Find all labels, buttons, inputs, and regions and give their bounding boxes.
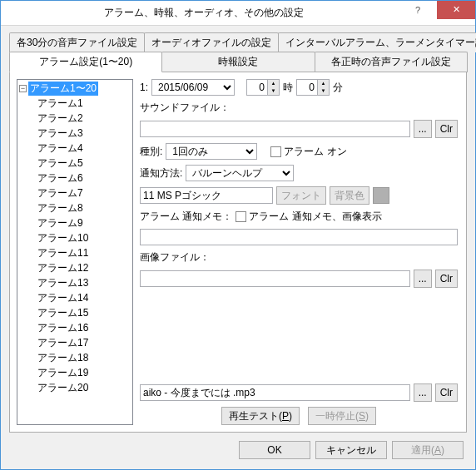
audio-input[interactable] [140,384,410,401]
hour-spinner[interactable]: ▲▼ [246,79,280,96]
memo-image-checkbox[interactable]: アラーム 通知メモ、画像表示 [236,210,381,224]
checkbox-icon [270,146,281,157]
cancel-button[interactable]: キャンセル [315,441,387,459]
alarm-tree[interactable]: − アラーム1〜20 アラーム1アラーム2アラーム3アラーム4アラーム5アラーム… [17,79,133,425]
tree-item[interactable]: アラーム8 [37,201,131,216]
font-sample-input[interactable] [140,187,273,204]
tree-item[interactable]: アラーム2 [37,111,131,126]
close-button[interactable]: ✕ [437,1,475,19]
tree-item[interactable]: アラーム19 [37,366,131,381]
tree-root-label[interactable]: アラーム1〜20 [28,82,98,96]
apply-button[interactable]: 適用(A) [392,441,464,459]
hour-value[interactable] [247,80,267,95]
tree-item[interactable]: アラーム13 [37,276,131,291]
chevron-up-icon[interactable]: ▲ [267,80,279,87]
tab-row-1: 各30分の音声ファイル設定 オーディオファイルの設定 インターバルアラーム、ラー… [9,32,467,52]
tree-item[interactable]: アラーム6 [37,171,131,186]
image-input[interactable] [140,270,410,287]
tree-item[interactable]: アラーム9 [37,216,131,231]
titlebar: アラーム、時報、オーディオ、その他の設定 ? ✕ [1,1,475,26]
help-button[interactable]: ? [399,1,437,19]
minute-value[interactable] [297,80,317,95]
soundfile-input[interactable] [140,121,410,137]
chevron-down-icon[interactable]: ▼ [317,87,329,95]
bgcolor-button[interactable]: 背景色 [330,186,369,205]
date-select[interactable]: 2015/06/09 [151,79,235,96]
tab-time-signal[interactable]: 時報設定 [161,52,315,72]
tab-hourly-sound[interactable]: 各正時の音声ファイル設定 [315,52,468,72]
tree-item[interactable]: アラーム7 [37,186,131,201]
tree-item[interactable]: アラーム3 [37,126,131,141]
soundfile-label: サウンドファイル： [140,101,230,115]
minute-spinner[interactable]: ▲▼ [296,79,330,96]
tree-item[interactable]: アラーム4 [37,141,131,156]
tree-item[interactable]: アラーム18 [37,351,131,366]
tree-collapse-icon[interactable]: − [19,85,27,92]
tab-30min-sound[interactable]: 各30分の音声ファイル設定 [9,32,145,52]
index-label: 1: [140,82,148,93]
chevron-down-icon[interactable]: ▼ [267,87,279,95]
memo-image-label: アラーム 通知メモ、画像表示 [249,210,381,224]
font-button[interactable]: フォント [276,186,326,205]
tree-root[interactable]: − アラーム1〜20 [19,82,131,96]
tab-interval-ramen[interactable]: インターバルアラーム、ラーメンタイマー設定 [278,32,476,52]
alarm-form: 1: 2015/06/09 ▲▼ 時 ▲▼ 分 [140,79,459,425]
audio-browse-button[interactable]: ... [414,383,432,402]
tree-children: アラーム1アラーム2アラーム3アラーム4アラーム5アラーム6アラーム7アラーム8… [37,96,131,396]
tab-alarm-1-20[interactable]: アラーム設定(1〜20) [9,52,162,72]
type-label: 種別: [140,145,162,159]
checkbox-icon [236,211,246,222]
memo-input[interactable] [140,229,458,245]
tree-item[interactable]: アラーム15 [37,306,131,321]
chevron-up-icon[interactable]: ▲ [317,80,329,87]
alarm-on-label: アラーム オン [284,145,346,159]
alarm-on-checkbox[interactable]: アラーム オン [270,145,346,159]
soundfile-clear-button[interactable]: Clr [435,120,458,138]
tree-item[interactable]: アラーム20 [37,381,131,396]
hour-suffix: 時 [283,81,293,95]
image-clear-button[interactable]: Clr [435,270,458,288]
play-test-button[interactable]: 再生テスト(P) [221,407,300,425]
dialog-window: アラーム、時報、オーディオ、その他の設定 ? ✕ 各30分の音声ファイル設定 オ… [0,0,476,470]
tree-item[interactable]: アラーム10 [37,231,131,246]
window-title: アラーム、時報、オーディオ、その他の設定 [9,6,399,20]
ok-button[interactable]: OK [239,441,310,459]
minute-suffix: 分 [333,81,343,95]
soundfile-browse-button[interactable]: ... [414,120,432,138]
tab-panel: − アラーム1〜20 アラーム1アラーム2アラーム3アラーム4アラーム5アラーム… [9,72,467,433]
tree-item[interactable]: アラーム5 [37,156,131,171]
bgcolor-swatch[interactable] [373,187,389,204]
tree-item[interactable]: アラーム11 [37,246,131,261]
tree-item[interactable]: アラーム14 [37,291,131,306]
tree-item[interactable]: アラーム1 [37,96,131,111]
image-label: 画像ファイル： [140,250,210,265]
tree-item[interactable]: アラーム12 [37,261,131,276]
memo-label: アラーム 通知メモ： [140,210,232,224]
notify-select[interactable]: バルーンヘルプ [186,165,294,181]
tree-item[interactable]: アラーム16 [37,321,131,336]
type-select[interactable]: 1回のみ [166,143,257,160]
tree-item[interactable]: アラーム17 [37,336,131,351]
tab-row-2: アラーム設定(1〜20) 時報設定 各正時の音声ファイル設定 [9,52,467,72]
image-browse-button[interactable]: ... [414,270,432,288]
pause-button[interactable]: 一時停止(S) [308,407,376,425]
client-area: 各30分の音声ファイル設定 オーディオファイルの設定 インターバルアラーム、ラー… [1,26,475,469]
notify-label: 通知方法: [140,166,182,181]
tab-audio-file[interactable]: オーディオファイルの設定 [144,32,279,52]
dialog-footer: OK キャンセル 適用(A) [9,433,467,461]
audio-clear-button[interactable]: Clr [435,383,458,402]
